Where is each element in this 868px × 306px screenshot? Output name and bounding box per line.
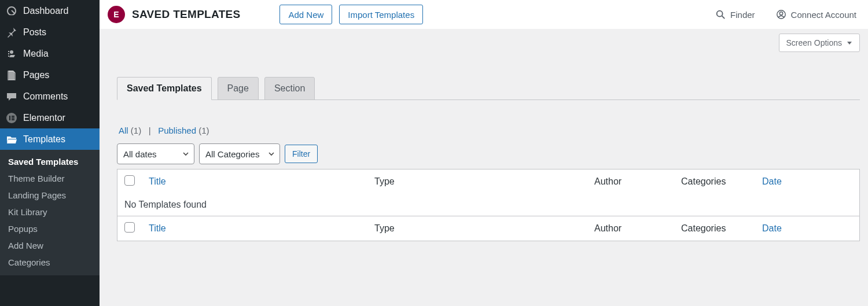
select-all-bottom-checkbox[interactable] [124,222,135,233]
svg-rect-2 [9,116,10,120]
tab-row: Saved Templates Page Section [117,76,860,100]
submenu-add-new[interactable]: Add New [0,237,100,254]
search-icon [715,9,726,20]
sidebar-item-label: Posts [23,27,46,38]
submenu-popups[interactable]: Popups [0,220,100,237]
sidebar-item-label: Elementor [23,113,65,123]
folder-open-icon [6,134,17,145]
submenu-theme-builder[interactable]: Theme Builder [0,170,100,187]
filter-published-link[interactable]: Published [158,126,196,135]
status-filter-row: All (1) | Published (1) [117,126,860,135]
category-filter-select[interactable]: All Categories [199,143,280,164]
sidebar-item-dashboard[interactable]: Dashboard [0,0,100,21]
date-filter-value: All dates [123,149,157,159]
svg-point-8 [779,12,782,15]
col-categories-foot: Categories [681,223,726,233]
submenu-saved-templates[interactable]: Saved Templates [0,153,100,170]
connect-account-button[interactable]: Connect Account [776,9,856,20]
table-empty-row: No Templates found [117,194,860,216]
sidebar-item-posts[interactable]: Posts [0,21,100,43]
col-title[interactable]: Title [149,176,166,186]
screen-options-button[interactable]: Screen Options [779,34,860,52]
sidebar-item-label: Media [23,49,49,59]
main-content: E SAVED TEMPLATES Add New Import Templat… [100,0,868,306]
tab-page[interactable]: Page [218,77,259,100]
sidebar-item-templates[interactable]: Templates [0,128,100,150]
select-all-top-checkbox[interactable] [124,175,135,186]
chevron-down-icon [268,150,275,157]
sidebar-item-pages[interactable]: Pages [0,64,100,86]
top-bar: E SAVED TEMPLATES Add New Import Templat… [100,0,868,29]
table-header-row: Title Type Author Categories Date [117,169,860,194]
table-empty-message: No Templates found [117,194,860,216]
col-author-foot: Author [594,223,621,233]
col-categories: Categories [681,176,726,186]
screen-options-label: Screen Options [786,38,843,47]
tab-section[interactable]: Section [264,77,315,100]
col-date[interactable]: Date [762,176,782,186]
filter-published-count: (1) [198,126,209,135]
filter-all-link[interactable]: All [119,126,128,135]
page-title: SAVED TEMPLATES [132,8,240,21]
svg-rect-4 [12,117,14,119]
elementor-badge-icon: E [108,6,125,23]
svg-point-0 [10,50,13,54]
finder-label: Finder [730,10,755,20]
filter-all-count: (1) [131,126,141,135]
col-author: Author [594,176,621,186]
elementor-icon [6,112,17,124]
sidebar-item-label: Dashboard [23,6,68,16]
svg-point-6 [717,11,723,17]
add-new-button[interactable]: Add New [279,5,332,24]
col-type: Type [374,176,395,186]
tab-saved-templates[interactable]: Saved Templates [117,77,212,100]
triangle-down-icon [847,38,852,47]
user-circle-icon [776,9,786,20]
media-icon [6,48,17,60]
col-date-foot[interactable]: Date [762,223,782,233]
sidebar-item-label: Comments [23,91,68,102]
sidebar-item-comments[interactable]: Comments [0,86,100,107]
date-filter-select[interactable]: All dates [117,143,194,164]
svg-rect-3 [12,116,14,117]
import-templates-button[interactable]: Import Templates [339,5,423,24]
submenu-categories[interactable]: Categories [0,254,100,271]
gauge-icon [6,5,17,17]
pin-icon [6,27,17,38]
sidebar-item-media[interactable]: Media [0,43,100,64]
chat-icon [6,91,17,102]
svg-rect-5 [12,119,14,120]
col-title-foot[interactable]: Title [149,223,166,233]
templates-table: Title Type Author Categories Date No Tem… [117,169,860,241]
sidebar-item-label: Templates [23,134,65,145]
table-footer-row: Title Type Author Categories Date [117,216,860,241]
submenu-landing-pages[interactable]: Landing Pages [0,187,100,204]
page-icon [6,69,17,81]
sidebar-submenu-templates: Saved Templates Theme Builder Landing Pa… [0,150,100,275]
col-type-foot: Type [374,223,395,233]
chevron-down-icon [182,150,189,157]
filter-row: All dates All Categories Filter [117,143,860,164]
filter-separator: | [149,126,151,135]
finder-button[interactable]: Finder [715,9,755,20]
filter-button[interactable]: Filter [285,145,318,163]
sidebar-item-label: Pages [23,70,49,80]
category-filter-value: All Categories [205,149,259,159]
admin-sidebar: Dashboard Posts Media Pages Comments Ele… [0,0,100,306]
sidebar-item-elementor[interactable]: Elementor [0,107,100,128]
submenu-kit-library[interactable]: Kit Library [0,204,100,220]
connect-account-label: Connect Account [791,10,856,20]
